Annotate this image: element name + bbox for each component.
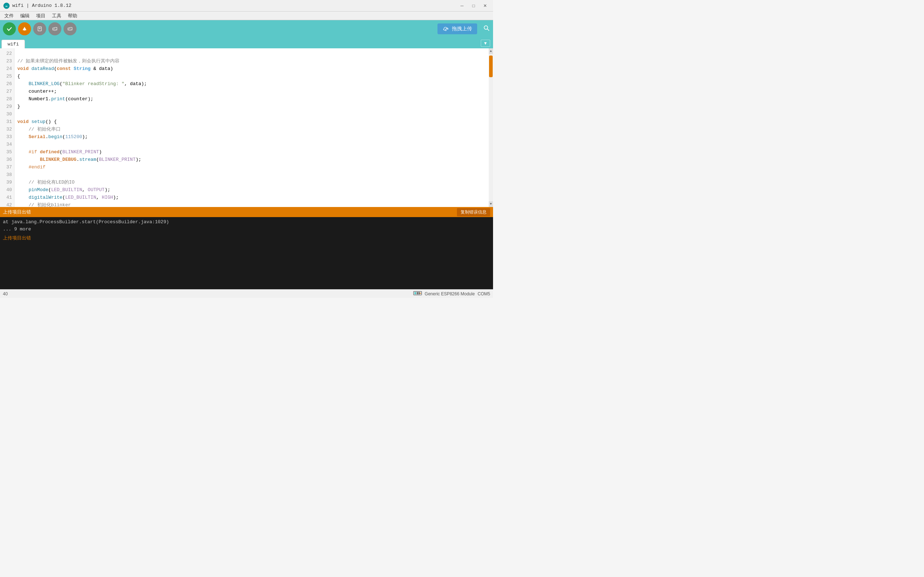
svg-text:∞: ∞ <box>5 4 8 8</box>
error-label: 上传项目出错 <box>3 209 31 215</box>
scrollbar-thumb[interactable] <box>489 56 493 77</box>
svg-rect-10 <box>414 292 416 294</box>
console-area: at java.lang.ProcessBuilder.start(Proces… <box>0 217 493 289</box>
console-line-1: at java.lang.ProcessBuilder.start(Proces… <box>3 219 490 226</box>
tab-wifi[interactable]: wifi <box>2 40 25 48</box>
line-number-indicator: 40 <box>3 292 8 297</box>
tab-bar: wifi ▼ <box>0 37 493 48</box>
editor-scrollbar[interactable]: ▲ ▼ <box>489 48 493 207</box>
console-line-2: ... 9 more <box>3 226 490 233</box>
toolbar: 拖拽上传 <box>0 20 493 37</box>
save-button[interactable] <box>63 23 76 35</box>
cloud-upload-button[interactable]: 拖拽上传 <box>438 23 477 34</box>
verify-button[interactable] <box>3 23 16 35</box>
upload-button[interactable] <box>18 23 31 35</box>
new-button[interactable] <box>33 23 46 35</box>
svg-point-14 <box>420 293 421 293</box>
app-icon: ∞ <box>3 2 10 10</box>
svg-rect-12 <box>418 292 419 294</box>
menu-tools[interactable]: 工具 <box>49 12 64 20</box>
menu-help[interactable]: 帮助 <box>65 12 80 20</box>
editor-area: 22 23 24 25 26 27 28 29 30 31 32 33 34 3… <box>0 48 493 207</box>
line-numbers: 22 23 24 25 26 27 28 29 30 31 32 33 34 3… <box>0 48 15 207</box>
svg-marker-2 <box>23 27 27 30</box>
scrollbar-arrow-down[interactable]: ▼ <box>489 201 493 207</box>
menu-file[interactable]: 文件 <box>2 12 16 20</box>
menu-project[interactable]: 项目 <box>33 12 48 20</box>
minimize-button[interactable]: ─ <box>457 2 467 10</box>
cloud-upload-label: 拖拽上传 <box>452 26 472 32</box>
open-button[interactable] <box>48 23 61 35</box>
maximize-button[interactable]: □ <box>468 2 478 10</box>
svg-point-13 <box>419 292 420 293</box>
upload-error-bar: 上传项目出错 复制错误信息 <box>0 207 493 217</box>
scrollbar-arrow-up[interactable]: ▲ <box>489 48 493 54</box>
close-button[interactable]: ✕ <box>480 2 490 10</box>
code-editor[interactable]: // 如果未绑定的组件被触发，则会执行其中内容 void dataRead(co… <box>15 48 489 207</box>
title-bar: ∞ wifi | Arduino 1.8.12 ─ □ ✕ <box>0 0 493 11</box>
svg-line-8 <box>487 29 489 31</box>
menu-edit[interactable]: 编辑 <box>17 12 32 20</box>
tab-dropdown-button[interactable]: ▼ <box>481 40 490 47</box>
window-title: wifi | Arduino 1.8.12 <box>12 3 457 8</box>
menu-bar: 文件 编辑 项目 工具 帮助 <box>0 11 493 20</box>
search-button[interactable] <box>483 24 490 34</box>
copy-error-button[interactable]: 复制错误信息 <box>457 208 490 216</box>
board-icon <box>413 290 422 297</box>
bottom-bar: 40 Generic ESP8266 Module COM5 <box>0 289 493 298</box>
window-controls: ─ □ ✕ <box>457 2 490 10</box>
svg-rect-11 <box>417 292 418 294</box>
board-label: Generic ESP8266 Module <box>425 292 475 297</box>
port-label: COM5 <box>478 292 490 297</box>
svg-rect-3 <box>23 30 25 31</box>
console-error-label: 上传项目出错 <box>3 234 490 242</box>
board-info: Generic ESP8266 Module COM5 <box>413 290 490 297</box>
